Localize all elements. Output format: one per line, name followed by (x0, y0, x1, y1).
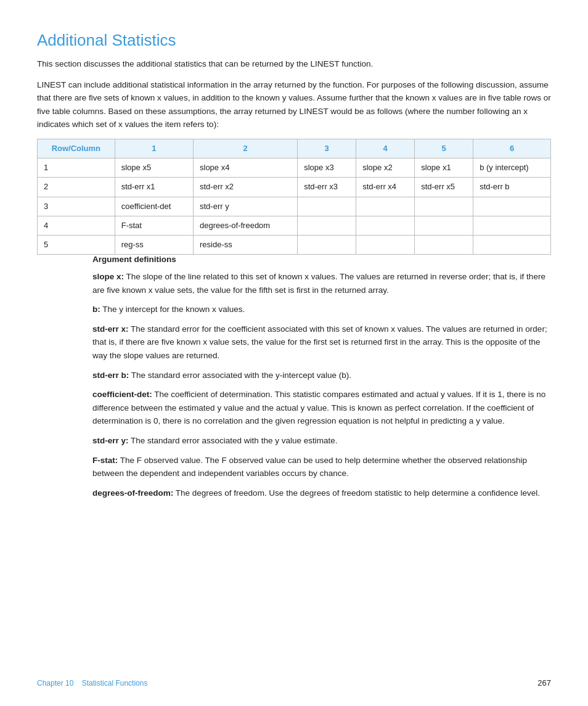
arg-definitions-title: Argument definitions (92, 255, 551, 264)
footer-chapter-topic: Statistical Functions (82, 679, 148, 688)
arg-term-2: std-err x: (92, 324, 129, 334)
section-title: Additional Statistics (37, 31, 551, 50)
arg-block-4: coefficient-det: The coefficient of dete… (92, 388, 551, 428)
table-cell-3-1: F-stat (115, 216, 193, 235)
table-body: 1slope x5slope x4slope x3slope x2slope x… (38, 158, 551, 255)
table-cell-1-5: std-err x5 (415, 178, 473, 197)
arg-term-4: coefficient-det: (92, 390, 152, 399)
footer-chapter-label: Chapter 10 (37, 679, 73, 688)
table-cell-4-6 (473, 235, 551, 254)
table-cell-0-3: slope x3 (298, 158, 356, 178)
table-cell-0-1: slope x5 (115, 158, 193, 178)
col-header-3: 3 (298, 139, 356, 158)
table-cell-3-3 (298, 216, 356, 235)
arg-term-6: F-stat: (92, 456, 118, 465)
table-row: 1slope x5slope x4slope x3slope x2slope x… (38, 158, 551, 178)
table-cell-4-3 (298, 235, 356, 254)
table-cell-0-0: 1 (38, 158, 115, 178)
table-cell-3-5 (415, 216, 473, 235)
table-row: 2std-err x1std-err x2std-err x3std-err x… (38, 178, 551, 197)
col-header-5: 5 (415, 139, 473, 158)
page-content: Additional Statistics This section discu… (0, 0, 588, 555)
arg-block-5: std-err y: The standard error associated… (92, 434, 551, 448)
intro-paragraph-1: This section discusses the additional st… (37, 57, 551, 71)
table-cell-0-2: slope x4 (194, 158, 298, 178)
table-cell-0-5: slope x1 (415, 158, 473, 178)
table-cell-2-5 (415, 197, 473, 216)
table-cell-2-4 (356, 197, 415, 216)
arg-term-5: std-err y: (92, 436, 129, 445)
argument-definitions-section: Argument definitions slope x: The slope … (92, 255, 551, 499)
table-cell-3-0: 4 (38, 216, 115, 235)
arg-block-3: std-err b: The standard error associated… (92, 369, 551, 382)
table-cell-3-2: degrees-of-freedom (194, 216, 298, 235)
table-cell-0-6: b (y intercept) (473, 158, 551, 178)
table-cell-1-6: std-err b (473, 178, 551, 197)
col-header-6: 6 (473, 139, 551, 158)
table-cell-2-6 (473, 197, 551, 216)
table-cell-0-4: slope x2 (356, 158, 415, 178)
arg-list: slope x: The slope of the line related t… (92, 270, 551, 499)
footer-chapter: Chapter 10 Statistical Functions (37, 679, 147, 688)
header-row: Row/Column 1 2 3 4 5 6 (38, 139, 551, 158)
table-cell-4-0: 5 (38, 235, 115, 254)
col-header-rowcol: Row/Column (38, 139, 115, 158)
col-header-1: 1 (115, 139, 193, 158)
table-cell-4-5 (415, 235, 473, 254)
table-cell-2-1: coefficient-det (115, 197, 193, 216)
table-cell-4-1: reg-ss (115, 235, 193, 254)
table-cell-1-4: std-err x4 (356, 178, 415, 197)
arg-block-6: F-stat: The F observed value. The F obse… (92, 454, 551, 480)
table-cell-4-4 (356, 235, 415, 254)
table-cell-2-2: std-err y (194, 197, 298, 216)
table-cell-1-2: std-err x2 (194, 178, 298, 197)
arg-term-1: b: (92, 305, 100, 314)
footer-page-number: 267 (537, 678, 551, 688)
col-header-4: 4 (356, 139, 415, 158)
arg-term-7: degrees-of-freedom: (92, 488, 173, 498)
arg-block-1: b: The y intercept for the known x value… (92, 303, 551, 316)
table-row: 4F-statdegrees-of-freedom (38, 216, 551, 235)
arg-term-0: slope x: (92, 272, 124, 281)
table-cell-3-4 (356, 216, 415, 235)
table-cell-1-1: std-err x1 (115, 178, 193, 197)
col-header-2: 2 (194, 139, 298, 158)
table-cell-3-6 (473, 216, 551, 235)
table-cell-1-3: std-err x3 (298, 178, 356, 197)
arg-block-7: degrees-of-freedom: The degrees of freed… (92, 486, 551, 500)
table-cell-2-0: 3 (38, 197, 115, 216)
arg-block-2: std-err x: The standard error for the co… (92, 322, 551, 363)
arg-block-0: slope x: The slope of the line related t… (92, 270, 551, 297)
table-cell-4-2: reside-ss (194, 235, 298, 254)
table-header: Row/Column 1 2 3 4 5 6 (38, 139, 551, 158)
intro-paragraph-2: LINEST can include additional statistica… (37, 78, 551, 131)
arg-term-3: std-err b: (92, 371, 129, 380)
table-cell-1-0: 2 (38, 178, 115, 197)
table-row: 5reg-ssreside-ss (38, 235, 551, 254)
statistics-table: Row/Column 1 2 3 4 5 6 1slope x5slope x4… (37, 139, 551, 255)
table-row: 3coefficient-detstd-err y (38, 197, 551, 216)
table-cell-2-3 (298, 197, 356, 216)
page-footer: Chapter 10 Statistical Functions 267 (0, 678, 588, 688)
